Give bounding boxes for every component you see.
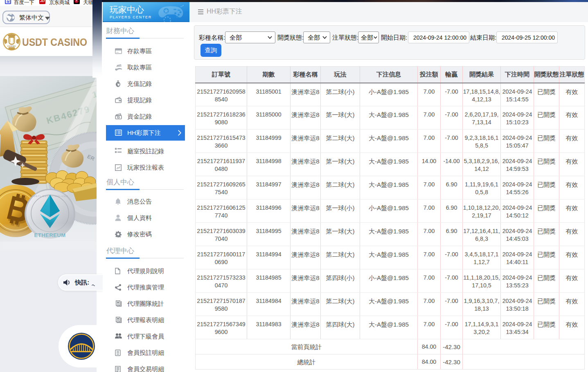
svg-text:CASINO: CASINO (7, 45, 16, 47)
svg-text:USDT CASINO: USDT CASINO (22, 36, 87, 48)
